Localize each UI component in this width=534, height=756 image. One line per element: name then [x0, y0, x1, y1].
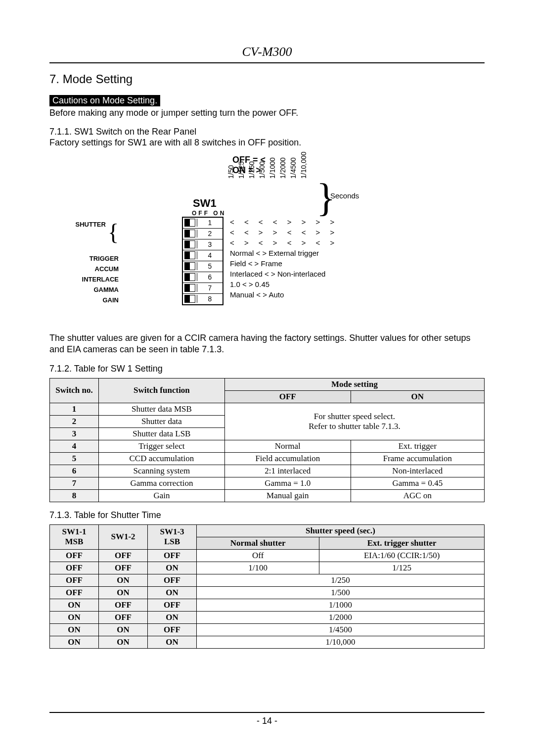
desc-r6: Interlaced < > Non-interlaced	[230, 269, 338, 279]
shutter-note: The shutter values are given for a CCIR …	[49, 332, 485, 356]
desc-r3: < > < > < > < >	[230, 237, 338, 248]
dip-8: 8	[197, 295, 222, 303]
dip-2: 2	[197, 230, 222, 237]
h-on: ON	[351, 390, 484, 403]
subsection-713-title: 7.1.3. Table for Shutter Time	[49, 510, 485, 520]
dip-5: 5	[197, 262, 222, 270]
h-switch-no: Switch no.	[50, 378, 99, 403]
label-accum: ACCUM	[20, 264, 119, 274]
table-sw1-setting: Switch no. Switch function Mode setting …	[49, 378, 485, 502]
desc-r7: 1.0 < > 0.45	[230, 279, 338, 289]
dip-right-desc: < < < < > > > > < < > > < < > > < > < > …	[230, 217, 338, 300]
h-speed: Shutter speed (sec.)	[197, 524, 485, 537]
h-sw11: SW1-1 MSB	[50, 524, 99, 549]
table-row: 6 Scanning system 2:1 interlaced Non-int…	[50, 465, 485, 477]
table-row: 7 Gamma correction Gamma = 1.0 Gamma = 0…	[50, 477, 485, 489]
desc-r8: Manual < > Auto	[230, 289, 338, 300]
label-trigger: TRIGGER	[20, 253, 119, 264]
h-off: OFF	[224, 390, 351, 403]
rule-top	[49, 62, 485, 63]
table-row: ON ON OFF 1/4500	[50, 623, 485, 636]
h-switch-fn: Switch function	[99, 378, 225, 403]
section-heading: 7. Mode Setting	[49, 72, 485, 86]
table-row: ON OFF OFF 1/1000	[50, 599, 485, 611]
table-row: 8 Gain Manual gain AGC on	[50, 489, 485, 502]
h-ext: Ext. trigger shutter	[319, 537, 485, 549]
table-row: OFF OFF ON 1/100 1/125	[50, 562, 485, 574]
label-shutter: SHUTTER	[76, 220, 106, 228]
subsection-711-text: Factory settings for SW1 are with all 8 …	[49, 137, 485, 148]
h-mode: Mode setting	[224, 378, 484, 390]
table-row: OFF OFF OFF Off EIA:1/60 (CCIR:1/50)	[50, 549, 485, 562]
sw1-label: SW1	[193, 197, 217, 210]
desc-r4: Normal < > External trigger	[230, 248, 338, 258]
label-gain: GAIN	[20, 295, 119, 305]
h-sw13: SW1-3 LSB	[148, 524, 197, 549]
table-row: 1 Shutter data MSB For shutter speed sel…	[50, 403, 485, 415]
table-row: ON ON ON 1/10,000	[50, 636, 485, 648]
label-interlace: INTERLACE	[20, 274, 119, 284]
seconds-label: Seconds	[330, 191, 359, 200]
table-row: OFF ON OFF 1/250	[50, 574, 485, 586]
caution-text: Before making any mode or jumper setting…	[49, 107, 485, 119]
dip-7: 7	[197, 284, 222, 292]
desc-r5: Field < > Frame	[230, 258, 338, 269]
merged-shutter-note: For shutter speed select. Refer to shutt…	[224, 403, 484, 440]
table-row: OFF ON ON 1/500	[50, 586, 485, 599]
desc-r2: < < > > < < > >	[230, 227, 338, 237]
dip-6: 6	[197, 273, 222, 281]
dip-3: 3	[197, 240, 222, 248]
dip-side-labels: SHUTTER{ TRIGGER ACCUM INTERLACE GAMMA G…	[20, 217, 119, 305]
label-gamma: GAMMA	[20, 284, 119, 295]
page-footer: - 14 -	[49, 712, 485, 726]
table-row: 5 CCD accumulation Field accumulation Fr…	[50, 452, 485, 465]
dip-switch-diagram: OFF = < ON = > 1/50 1/125 1/250 1/500 1/…	[119, 155, 415, 329]
dip-box: 1 2 3 4 5 6 7 8	[182, 217, 223, 305]
page-number: - 14 -	[257, 716, 277, 726]
dip-4: 4	[197, 251, 222, 259]
h-sw12: SW1-2	[99, 524, 148, 549]
h-norm: Normal shutter	[197, 537, 319, 549]
subsection-711-title: 7.1.1. SW1 Switch on the Rear Panel	[49, 127, 485, 137]
dip-1: 1	[197, 219, 222, 227]
desc-r1: < < < < > > > >	[230, 217, 338, 227]
table-shutter-time: SW1-1 MSB SW1-2 SW1-3 LSB Shutter speed …	[49, 524, 485, 649]
table-row: 4 Trigger select Normal Ext. trigger	[50, 440, 485, 452]
off-on-label: OFF ON	[192, 210, 226, 217]
caution-label: Cautions on Mode Setting.	[49, 95, 160, 106]
subsection-712-title: 7.1.2. Table for SW 1 Setting	[49, 364, 485, 374]
table-row: ON OFF ON 1/2000	[50, 611, 485, 623]
page-title: CV-M300	[49, 45, 485, 59]
